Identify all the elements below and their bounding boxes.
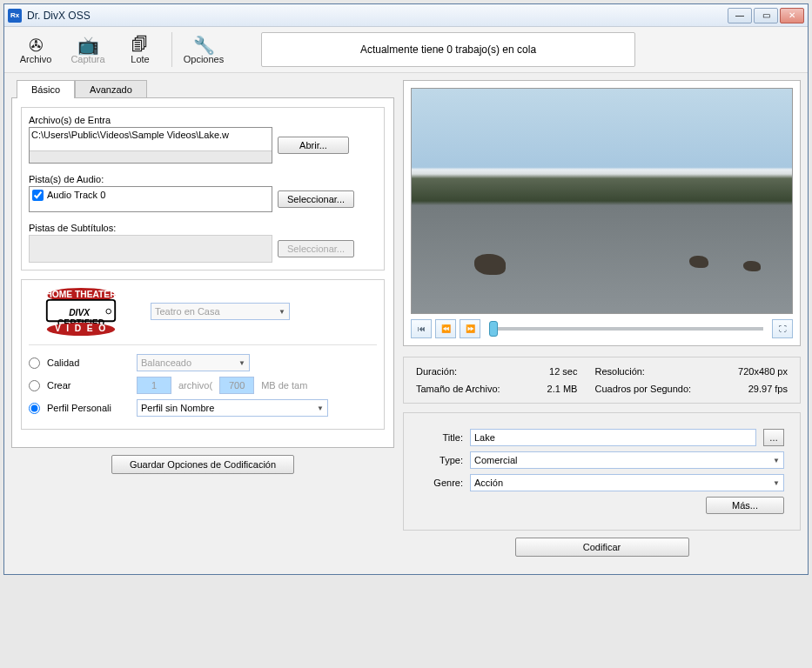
type-label: Type: xyxy=(419,455,463,465)
audio-track-list[interactable]: Audio Track 0 xyxy=(29,186,272,212)
wrench-icon: 🔧 xyxy=(193,35,215,54)
skip-start-button[interactable]: ⏮ xyxy=(411,319,432,338)
open-button[interactable]: Abrir... xyxy=(278,137,349,154)
toolbar-opciones[interactable]: 🔧 Opciones xyxy=(181,35,226,64)
seek-thumb[interactable] xyxy=(489,321,498,337)
seek-slider[interactable] xyxy=(489,327,763,331)
input-file-list[interactable]: C:\Users\Public\Videos\Sample Videos\Lak… xyxy=(29,127,272,164)
select-audio-button[interactable]: Seleccionar... xyxy=(278,190,354,208)
create-radio[interactable] xyxy=(29,380,40,391)
audio-track-checkbox[interactable] xyxy=(32,190,44,201)
fps-label: Cuadros por Segundo: xyxy=(594,384,706,394)
window-title: Dr. DivX OSS xyxy=(27,10,728,22)
toolbar-captura[interactable]: 📺 Captura xyxy=(65,35,111,64)
chevron-down-icon: ▼ xyxy=(317,404,324,412)
resolution-label: Resolución: xyxy=(594,366,706,377)
app-icon: Rx xyxy=(8,9,22,23)
svg-text:DIVX: DIVX xyxy=(69,308,91,317)
batch-icon: 🗐 xyxy=(131,35,149,54)
custom-profile-radio[interactable] xyxy=(29,403,40,414)
resolution-value: 720x480 px xyxy=(723,366,788,377)
basic-panel: Archivo(s) de Entra C:\Users\Public\Vide… xyxy=(11,97,394,448)
close-button[interactable]: ✕ xyxy=(780,8,804,23)
window-controls: — ▭ ✕ xyxy=(728,8,804,23)
tab-advanced[interactable]: Avanzado xyxy=(75,80,147,98)
fps-value: 29.97 fps xyxy=(723,384,788,394)
divx-profile-combo: Teatro en Casa ▼ xyxy=(151,303,290,320)
encode-button[interactable]: Codificar xyxy=(515,538,689,557)
toolbar-archivo[interactable]: ✇ Archivo xyxy=(13,35,58,64)
custom-profile-combo[interactable]: Perfil sin Nombre ▼ xyxy=(137,399,328,417)
duration-value: 12 sec xyxy=(533,366,578,377)
player-controls: ⏮ ⏪ ⏩ ⛶ xyxy=(411,319,793,338)
file-size-input xyxy=(219,377,254,394)
separator xyxy=(171,32,172,67)
app-window: Rx Dr. DivX OSS — ▭ ✕ ✇ Archivo 📺 Captur… xyxy=(3,3,809,575)
titlebar: Rx Dr. DivX OSS — ▭ ✕ xyxy=(4,4,808,27)
subtitle-tracks-label: Pistas de Subtítulos: xyxy=(29,223,377,233)
preview-panel: ⏮ ⏪ ⏩ ⛶ xyxy=(403,80,801,346)
chevron-down-icon: ▼ xyxy=(278,308,285,316)
audio-tracks-label: Pista(s) de Audio: xyxy=(29,174,377,184)
step-fwd-button[interactable]: ⏩ xyxy=(460,319,480,338)
title-input[interactable] xyxy=(470,429,756,446)
queue-status: Actualmente tiene 0 trabajo(s) en cola xyxy=(261,32,635,67)
title-label: Title: xyxy=(419,432,463,443)
chevron-down-icon: ▼ xyxy=(773,479,780,487)
toolbar: ✇ Archivo 📺 Captura 🗐 Lote 🔧 Opciones Ac… xyxy=(4,27,808,73)
content: Básico Avanzado Archivo(s) de Entra C:\U… xyxy=(4,73,808,574)
input-files-group: Archivo(s) de Entra C:\Users\Public\Vide… xyxy=(21,107,385,271)
toolbar-lote[interactable]: 🗐 Lote xyxy=(117,35,163,64)
save-options-button[interactable]: Guardar Opciones de Codificación xyxy=(111,455,294,474)
quality-radio[interactable] xyxy=(29,357,40,369)
create-radio-row: Crear archivo( MB de tam xyxy=(29,377,377,394)
more-button[interactable]: Más... xyxy=(706,497,784,514)
left-bottom-row: Guardar Opciones de Codificación xyxy=(11,448,394,484)
select-subtitle-button: Seleccionar... xyxy=(278,240,354,257)
divx-certified-icon: HOME THEATER DIVX CERTIFIED V I D E O xyxy=(30,287,132,336)
chevron-down-icon: ▼ xyxy=(773,457,780,464)
step-back-button[interactable]: ⏪ xyxy=(435,319,456,338)
genre-combo[interactable]: Acción ▼ xyxy=(470,474,784,491)
fullscreen-button[interactable]: ⛶ xyxy=(772,319,793,338)
right-bottom-row: Codificar xyxy=(403,531,801,567)
tv-icon: 📺 xyxy=(77,35,99,54)
film-reel-icon: ✇ xyxy=(29,35,44,54)
tab-basic[interactable]: Básico xyxy=(17,80,75,98)
type-combo[interactable]: Comercial ▼ xyxy=(470,451,784,469)
media-info: Duración: 12 sec Resolución: 720x480 px … xyxy=(403,357,801,404)
profile-group: HOME THEATER DIVX CERTIFIED V I D E O Te… xyxy=(21,279,385,430)
right-column: ⏮ ⏪ ⏩ ⛶ Duración: 12 sec Resolución: 720… xyxy=(403,80,801,567)
duration-label: Duración: xyxy=(416,366,515,377)
genre-label: Genre: xyxy=(419,478,463,488)
minimize-button[interactable]: — xyxy=(728,8,752,23)
svg-text:V I D E O: V I D E O xyxy=(55,324,107,333)
tab-bar: Básico Avanzado xyxy=(17,80,394,98)
h-scrollbar[interactable] xyxy=(30,150,272,163)
quality-radio-row: Calidad Balanceado ▼ xyxy=(29,354,377,371)
maximize-button[interactable]: ▭ xyxy=(754,8,778,23)
custom-profile-radio-row: Perfil Personali Perfil sin Nombre ▼ xyxy=(29,399,377,417)
filesize-label: Tamaño de Archivo: xyxy=(416,384,515,394)
input-files-label: Archivo(s) de Entra xyxy=(29,115,377,125)
file-count-input xyxy=(137,377,171,394)
svg-text:HOME THEATER: HOME THEATER xyxy=(45,290,117,299)
left-column: Básico Avanzado Archivo(s) de Entra C:\U… xyxy=(11,80,394,567)
title-browse-button[interactable]: … xyxy=(763,429,784,446)
filesize-value: 2.1 MB xyxy=(533,384,578,394)
divx-logo: HOME THEATER DIVX CERTIFIED V I D E O xyxy=(29,287,133,336)
video-preview xyxy=(411,88,793,314)
chevron-down-icon: ▼ xyxy=(238,359,245,367)
subtitle-track-list xyxy=(29,235,272,263)
metadata-group: Title: … Type: Comercial ▼ Genre: Acción… xyxy=(403,412,801,531)
quality-combo: Balanceado ▼ xyxy=(137,354,250,371)
